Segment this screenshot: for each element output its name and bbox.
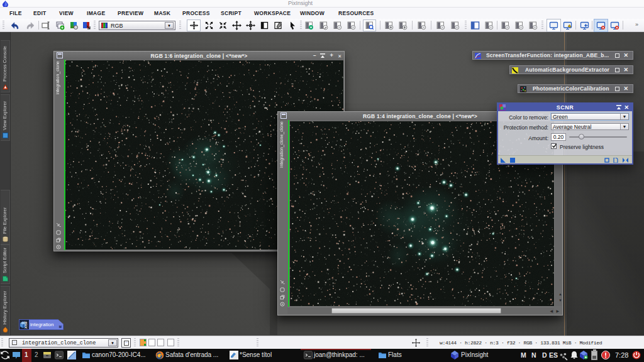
svg-text:XISF: XISF xyxy=(24,321,28,329)
